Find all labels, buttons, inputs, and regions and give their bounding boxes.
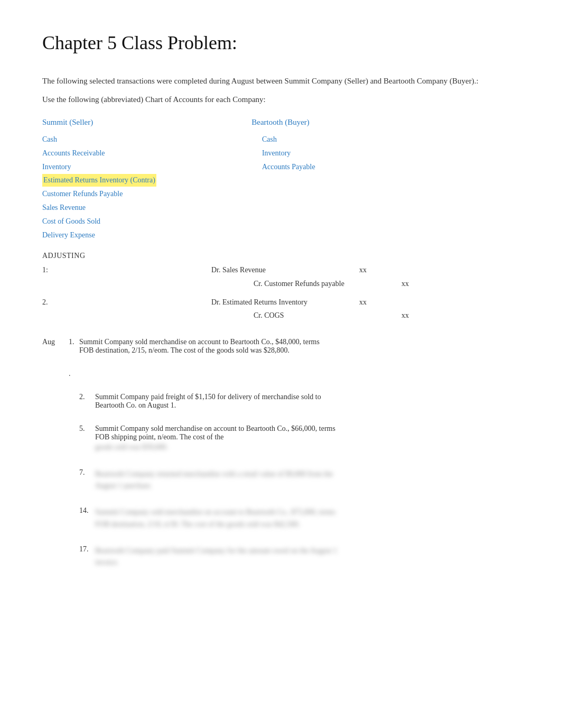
trans-num-7: 7. <box>79 468 90 492</box>
page-title: Chapter 5 Class Problem: <box>42 32 519 54</box>
seller-account-estimated-returns: Estimated Returns Inventory (Contra) <box>42 174 156 187</box>
intro-line1: The following selected transactions were… <box>42 75 519 87</box>
seller-account-cash: Cash <box>42 133 156 146</box>
seller-title: Summit (Seller) <box>42 118 93 127</box>
trans-text-7: Beartooth Company returned merchandise w… <box>95 468 349 492</box>
transactions-section: Aug 1. Summit Company sold merchandise o… <box>42 338 519 569</box>
trans-text-1: Summit Company sold merchandise on accou… <box>79 338 333 355</box>
transaction-aug1-dot: . <box>69 370 519 378</box>
seller-account-cogs: Cost of Goods Sold <box>42 215 156 228</box>
trans-num-1: 1. <box>69 338 79 355</box>
transaction-5: 5. Summit Company sold merchandise on ac… <box>79 425 519 453</box>
trans-text-14: Summit Company sold merchandise on accou… <box>95 506 349 530</box>
buyer-account-cash: Cash <box>262 133 315 146</box>
trans-num-5: 5. <box>79 425 90 453</box>
transaction-17: 17. Beartooth Company paid Summit Compan… <box>79 545 519 569</box>
adjusting-entry-1-debit: 1: Dr. Sales Revenue xx <box>42 263 519 277</box>
seller-account-delivery: Delivery Expense <box>42 229 156 242</box>
seller-accounts: Cash Accounts Receivable Inventory Estim… <box>42 133 156 241</box>
transaction-14: 14. Summit Company sold merchandise on a… <box>79 506 519 530</box>
buyer-account-inventory: Inventory <box>262 147 315 160</box>
adjusting-entry-2-debit: 2. Dr. Estimated Returns Inventory xx <box>42 296 519 309</box>
trans-num-2: 2. <box>79 393 90 410</box>
seller-account-inventory: Inventory <box>42 161 156 173</box>
trans-text-17: Beartooth Company paid Summit Company fo… <box>95 545 349 569</box>
buyer-title: Beartooth (Buyer) <box>251 118 310 127</box>
seller-account-sales-revenue: Sales Revenue <box>42 201 156 214</box>
adjusting-title: ADJUSTING <box>42 252 519 260</box>
transaction-2: 2. Summit Company paid freight of $1,150… <box>79 393 519 410</box>
buyer-account-ap: Accounts Payable <box>262 161 315 173</box>
trans-text-5-visible: Summit Company sold merchandise on accou… <box>95 425 349 441</box>
trans-num-17: 17. <box>79 545 90 569</box>
trans-num-14: 14. <box>79 506 90 530</box>
adjusting-section: ADJUSTING 1: Dr. Sales Revenue xx Cr. Cu… <box>42 252 519 322</box>
transaction-7: 7. Beartooth Company returned merchandis… <box>79 468 519 492</box>
trans-text-2: Summit Company paid freight of $1,150 fo… <box>95 393 349 410</box>
transaction-aug1: Aug 1. Summit Company sold merchandise o… <box>42 338 519 355</box>
seller-account-ar: Accounts Receivable <box>42 147 156 160</box>
adjusting-entry-1-credit: Cr. Customer Refunds payable xx <box>42 277 519 290</box>
buyer-accounts: Cash Inventory Accounts Payable <box>262 133 315 241</box>
aug-label: Aug <box>42 338 69 355</box>
adjusting-entry-2-credit: Cr. COGS xx <box>42 309 519 322</box>
seller-account-customer-refunds: Customer Refunds Payable <box>42 188 156 200</box>
intro-line2: Use the following (abbreviated) Chart of… <box>42 94 519 106</box>
trans-text-5-blurred: goods sold was $39,600. <box>95 441 349 453</box>
